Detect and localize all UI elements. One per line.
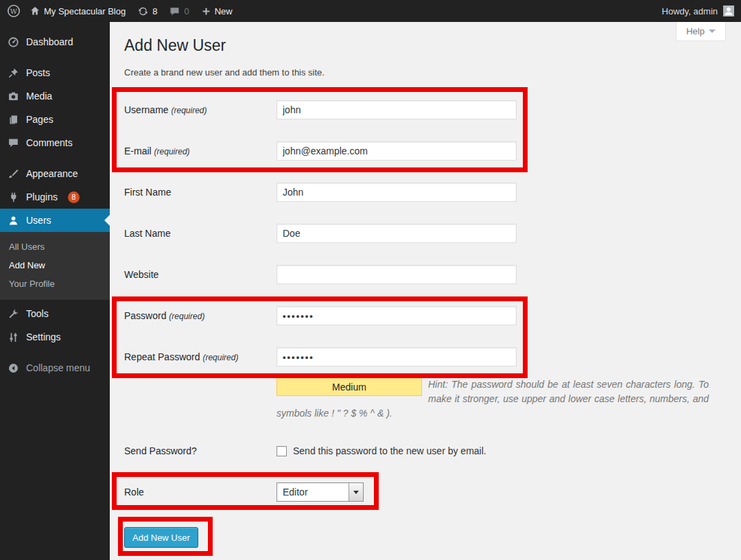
last-name-label: Last Name xyxy=(124,228,277,239)
sidebar-item-tools[interactable]: Tools xyxy=(0,302,110,325)
plugins-update-badge: 8 xyxy=(68,191,80,203)
required-note: (required) xyxy=(169,312,204,321)
send-password-checkbox-label: Send this password to the new user by em… xyxy=(293,445,486,456)
sidebar-item-posts[interactable]: Posts xyxy=(0,61,110,84)
email-label: E-mail (required) xyxy=(124,145,277,156)
sidebar-item-label: Collapse menu xyxy=(26,362,90,373)
pages-icon xyxy=(6,114,20,126)
collapse-arrow-icon xyxy=(6,362,20,374)
sidebar-item-comments[interactable]: Comments xyxy=(0,131,110,154)
username-label: Username (required) xyxy=(124,104,277,115)
wordpress-logo-icon[interactable]: W xyxy=(7,4,21,18)
sidebar-item-media[interactable]: Media xyxy=(0,84,110,108)
send-password-option: Send this password to the new user by em… xyxy=(277,445,486,456)
submenu-item-all-users[interactable]: All Users xyxy=(0,237,110,256)
pushpin-icon xyxy=(6,67,20,79)
comment-bubble-icon xyxy=(6,137,20,149)
role-selected-value: Editor xyxy=(277,487,349,498)
sidebar-item-users[interactable]: Users xyxy=(0,209,110,232)
wordpress-admin-screen: W My Spectacular Blog 8 0 New xyxy=(0,0,741,560)
add-user-form: Username (required) E-mail (required) Fi… xyxy=(124,89,741,548)
update-count: 8 xyxy=(152,6,157,16)
home-icon xyxy=(30,6,40,16)
sidebar-item-label: Pages xyxy=(26,114,54,125)
password-row: Password (required) xyxy=(124,295,741,336)
repeat-password-row: Repeat Password (required) xyxy=(124,336,741,377)
page-title: Add New User xyxy=(124,36,741,56)
sidebar-item-label: Media xyxy=(26,91,52,102)
sidebar-item-label: Plugins xyxy=(26,191,58,202)
sidebar-item-appearance[interactable]: Appearance xyxy=(0,162,110,185)
password-strength-meter: Medium xyxy=(277,377,422,396)
sidebar-item-label: Settings xyxy=(26,331,61,342)
updates-icon xyxy=(138,6,148,16)
plug-icon xyxy=(6,191,20,203)
repeat-password-input[interactable] xyxy=(277,347,517,366)
add-new-user-button[interactable]: Add New User xyxy=(124,527,198,548)
sidebar-item-label: Tools xyxy=(26,308,49,319)
last-name-row: Last Name xyxy=(124,213,741,254)
send-password-checkbox[interactable] xyxy=(277,446,287,456)
submenu-item-your-profile[interactable]: Your Profile xyxy=(0,275,110,293)
required-note: (required) xyxy=(154,147,190,156)
sidebar-item-collapse-menu[interactable]: Collapse menu xyxy=(0,356,110,380)
password-input[interactable] xyxy=(277,306,517,325)
site-name: My Spectacular Blog xyxy=(44,6,126,16)
required-note: (required) xyxy=(202,353,238,362)
howdy-text[interactable]: Howdy, admin xyxy=(662,6,718,16)
sidebar-item-label: Dashboard xyxy=(26,36,73,47)
first-name-input[interactable] xyxy=(277,183,517,202)
avatar[interactable] xyxy=(723,5,734,16)
role-label: Role xyxy=(124,487,277,498)
wrench-icon xyxy=(6,308,20,320)
repeat-password-label: Repeat Password (required) xyxy=(124,351,277,362)
username-input[interactable] xyxy=(277,100,517,119)
comment-count: 0 xyxy=(184,6,189,16)
sidebar-item-settings[interactable]: Settings xyxy=(0,325,110,349)
help-tab-button[interactable]: Help xyxy=(676,22,726,41)
chevron-down-icon xyxy=(709,30,716,33)
admin-sidebar: Dashboard Posts Media Pages xyxy=(0,22,110,560)
help-label: Help xyxy=(686,26,705,36)
last-name-input[interactable] xyxy=(277,224,517,243)
sidebar-item-pages[interactable]: Pages xyxy=(0,108,110,131)
main-content: Add New User Create a brand new user and… xyxy=(110,22,741,560)
site-menu[interactable]: My Spectacular Blog xyxy=(30,6,126,16)
username-row: Username (required) xyxy=(124,89,741,130)
comment-bubble-icon xyxy=(169,6,180,16)
updates-menu[interactable]: 8 xyxy=(138,6,157,16)
sidebar-item-dashboard[interactable]: Dashboard xyxy=(0,30,110,54)
sidebar-item-plugins[interactable]: Plugins 8 xyxy=(0,185,110,209)
first-name-label: First Name xyxy=(124,187,277,198)
sidebar-item-label: Posts xyxy=(26,67,50,78)
password-label: Password (required) xyxy=(124,310,277,321)
sidebar-item-label: Comments xyxy=(26,137,73,148)
send-password-label: Send Password? xyxy=(124,445,277,456)
comments-menu[interactable]: 0 xyxy=(169,6,189,16)
first-name-row: First Name xyxy=(124,172,741,213)
send-password-row: Send Password? Send this password to the… xyxy=(124,430,741,471)
user-icon xyxy=(6,215,20,226)
svg-text:W: W xyxy=(10,8,18,15)
camera-icon xyxy=(6,91,20,102)
role-select[interactable]: Editor xyxy=(277,482,364,502)
sidebar-item-label: Appearance xyxy=(26,168,78,179)
email-row: E-mail (required) xyxy=(124,130,741,172)
new-content-menu[interactable]: New xyxy=(202,6,233,16)
page-subtitle: Create a brand new user and add them to … xyxy=(124,67,741,78)
users-submenu: All Users Add New Your Profile xyxy=(0,232,110,300)
website-input[interactable] xyxy=(277,265,517,284)
select-dropdown-button[interactable] xyxy=(349,483,363,501)
website-label: Website xyxy=(124,269,277,280)
chevron-down-icon xyxy=(353,491,359,494)
sidebar-item-label: Users xyxy=(26,215,51,226)
sliders-icon xyxy=(6,331,20,343)
plus-icon xyxy=(202,7,211,16)
admin-top-bar: W My Spectacular Blog 8 0 New xyxy=(0,0,741,22)
role-row: Role Editor xyxy=(124,471,741,513)
new-label: New xyxy=(215,6,233,16)
email-input[interactable] xyxy=(277,141,517,161)
paintbrush-icon xyxy=(6,168,20,180)
website-row: Website xyxy=(124,254,741,295)
submenu-item-add-new[interactable]: Add New xyxy=(0,256,110,275)
